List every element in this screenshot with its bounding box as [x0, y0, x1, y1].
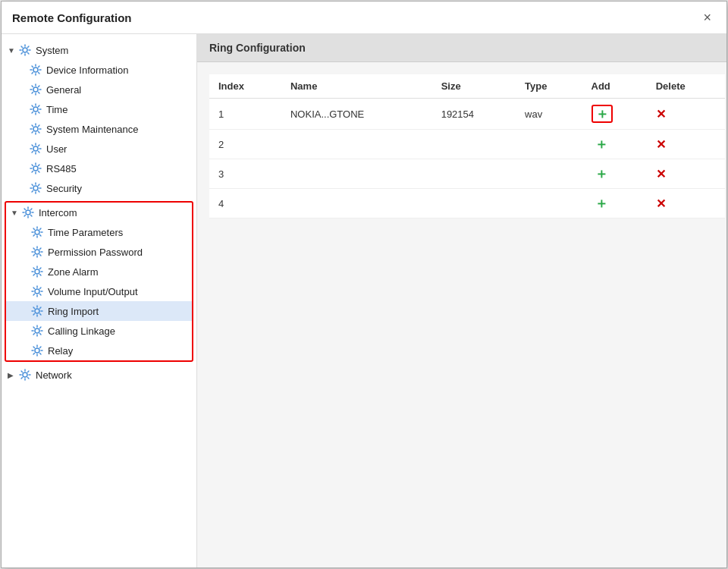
- sidebar-item-network[interactable]: ▶ Network: [2, 365, 196, 385]
- sidebar-item-device-information[interactable]: Device Information: [2, 60, 196, 80]
- security-icon: [29, 181, 42, 195]
- time-icon: [29, 102, 42, 116]
- general-icon: [29, 83, 42, 96]
- sidebar-item-volume-input-output[interactable]: Volume Input/Output: [6, 281, 192, 301]
- sidebar-item-zone-alarm[interactable]: Zone Alarm: [6, 262, 192, 281]
- network-label: Network: [36, 369, 72, 381]
- cell-type-2: [516, 130, 582, 159]
- user-label: User: [46, 143, 67, 155]
- close-button[interactable]: ×: [698, 9, 716, 26]
- system-arrow: ▼: [8, 46, 18, 55]
- svg-point-15: [35, 348, 39, 353]
- svg-point-0: [23, 48, 27, 52]
- volume-input-output-label: Volume Input/Output: [48, 286, 138, 297]
- network-section: ▶ Network: [2, 363, 196, 386]
- ring-import-icon: [30, 304, 44, 318]
- title-bar: Remote Configuration ×: [2, 2, 726, 34]
- system-maintenance-icon: [29, 122, 42, 136]
- cell-size-1: 192154: [432, 99, 516, 130]
- col-name: Name: [281, 74, 432, 99]
- col-add: Add: [582, 74, 647, 99]
- cell-name-1: NOKIA...GTONE: [281, 99, 432, 130]
- section-header: Ring Configuration: [197, 34, 726, 62]
- cell-add-4[interactable]: ＋: [582, 189, 647, 218]
- main-window: Remote Configuration × ▼ System: [1, 1, 727, 568]
- add-button-4[interactable]: ＋: [592, 195, 611, 212]
- sidebar-item-user[interactable]: User: [2, 139, 196, 159]
- cell-index-2: 2: [209, 130, 281, 159]
- sidebar-item-time[interactable]: Time: [2, 99, 196, 119]
- cell-name-2: [281, 130, 432, 159]
- cell-add-2[interactable]: ＋: [582, 130, 647, 159]
- col-type: Type: [516, 74, 582, 99]
- table-row: 4 ＋ ✕: [209, 189, 725, 218]
- system-label: System: [36, 45, 68, 56]
- sidebar-item-permission-password[interactable]: Permission Password: [6, 242, 192, 262]
- add-button-1[interactable]: ＋: [592, 105, 613, 123]
- col-size: Size: [432, 74, 516, 99]
- system-maintenance-label: System Maintenance: [46, 124, 138, 135]
- delete-button-4[interactable]: ✕: [656, 196, 666, 211]
- svg-point-3: [33, 107, 38, 112]
- system-section: ▼ System: [2, 39, 196, 200]
- sidebar-item-relay[interactable]: Relay: [6, 341, 192, 360]
- col-delete: Delete: [647, 74, 725, 99]
- sidebar-item-general[interactable]: General: [2, 80, 196, 99]
- sidebar: ▼ System: [2, 34, 197, 567]
- rs485-icon: [29, 162, 42, 175]
- delete-button-1[interactable]: ✕: [656, 107, 666, 121]
- svg-point-4: [33, 127, 38, 131]
- sidebar-item-system-maintenance[interactable]: System Maintenance: [2, 119, 196, 139]
- svg-point-10: [35, 250, 39, 254]
- cell-delete-1[interactable]: ✕: [647, 99, 725, 130]
- cell-index-3: 3: [209, 159, 281, 189]
- table-row: 3 ＋ ✕: [209, 159, 725, 189]
- intercom-arrow: ▼: [11, 209, 21, 217]
- cell-delete-3[interactable]: ✕: [647, 159, 725, 189]
- sidebar-item-rs485[interactable]: RS485: [2, 159, 196, 178]
- cell-delete-2[interactable]: ✕: [647, 130, 725, 159]
- delete-button-3[interactable]: ✕: [656, 167, 666, 181]
- cell-type-1: wav: [516, 99, 582, 130]
- network-arrow: ▶: [8, 371, 18, 379]
- sidebar-item-intercom[interactable]: ▼ Intercom: [6, 203, 192, 222]
- add-button-2[interactable]: ＋: [592, 136, 611, 152]
- table-row: 2 ＋ ✕: [209, 130, 725, 159]
- cell-delete-4[interactable]: ✕: [647, 189, 725, 218]
- sidebar-item-system[interactable]: ▼ System: [2, 40, 196, 60]
- table-header-row: Index Name Size Type Add Delete: [209, 74, 725, 99]
- sidebar-item-time-parameters[interactable]: Time Parameters: [6, 222, 192, 242]
- device-info-icon: [29, 63, 42, 77]
- intercom-box: ▼ Intercom: [5, 201, 193, 362]
- device-information-label: Device Information: [46, 64, 128, 76]
- cell-add-3[interactable]: ＋: [582, 159, 647, 189]
- cell-type-3: [516, 159, 582, 189]
- svg-point-14: [35, 329, 39, 333]
- add-button-3[interactable]: ＋: [592, 165, 611, 182]
- svg-point-16: [23, 373, 27, 377]
- cell-name-4: [281, 189, 432, 218]
- sidebar-item-ring-import[interactable]: Ring Import: [6, 301, 192, 321]
- svg-point-2: [33, 87, 38, 92]
- relay-icon: [30, 344, 44, 357]
- svg-point-12: [35, 289, 39, 294]
- network-icon: [18, 368, 32, 382]
- sidebar-item-calling-linkage[interactable]: Calling Linkage: [6, 321, 192, 341]
- volume-icon: [30, 284, 44, 298]
- relay-label: Relay: [48, 345, 73, 357]
- cell-index-1: 1: [209, 99, 281, 130]
- intercom-icon: [21, 206, 35, 219]
- cell-index-4: 4: [209, 189, 281, 218]
- ring-table: Index Name Size Type Add Delete 1 NOKIA.…: [209, 74, 725, 218]
- rs485-label: RS485: [46, 163, 77, 174]
- content-area: ▼ System: [2, 34, 726, 567]
- security-label: Security: [46, 183, 82, 194]
- cell-size-4: [432, 189, 516, 218]
- sidebar-item-security[interactable]: Security: [2, 178, 196, 198]
- time-parameters-icon: [30, 225, 44, 239]
- delete-button-2[interactable]: ✕: [656, 137, 666, 152]
- user-icon: [29, 142, 42, 156]
- zone-alarm-label: Zone Alarm: [48, 266, 98, 278]
- cell-add-1[interactable]: ＋: [582, 99, 647, 130]
- table-area: Index Name Size Type Add Delete 1 NOKIA.…: [197, 62, 726, 567]
